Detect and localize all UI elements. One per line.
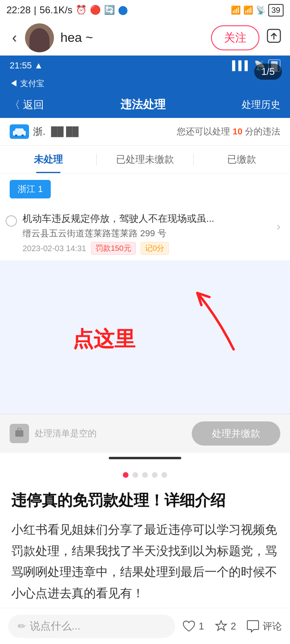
violation-chevron: ›: [277, 220, 280, 233]
phone-nav-history: 处理历史: [242, 98, 280, 111]
wifi-icon-2: 📡: [256, 5, 266, 15]
car-plate: 浙.: [33, 125, 46, 138]
arrow-label: 点这里: [72, 325, 135, 353]
phone-status-left: 21:55 ▲: [10, 60, 43, 71]
violation-info: 机动车违反规定停放，驾驶人不在现场或虽... 缙云县五云街道莲莱路莲莱路 299…: [23, 212, 271, 255]
dot-indicators: [0, 465, 290, 482]
app-icon-1: 🔴: [90, 5, 101, 15]
alarm-icon: ⏰: [76, 5, 87, 15]
status-bar: 22:28 | 56.1K/s ⏰ 🔴 🔄 ⬤ 📶 📶 📡 39: [0, 0, 290, 20]
arrow-annotation: 点这里: [0, 261, 290, 414]
home-indicator: [0, 453, 290, 465]
nav-actions: 关注: [211, 25, 282, 50]
phone-nav-title: 违法处理: [120, 97, 166, 112]
tab-unprocessed[interactable]: 未处理: [0, 146, 96, 173]
phone-location-icon: ▲: [34, 60, 43, 71]
avatar-silhouette: [29, 28, 50, 52]
tab-processed-unpaid[interactable]: 已处理未缴款: [97, 146, 193, 173]
article-title: 违停真的免罚款处理！详细介绍: [11, 490, 279, 511]
avatar[interactable]: [25, 23, 54, 52]
star-icon: [214, 619, 228, 634]
cart-text: 处理清单是空的: [35, 427, 97, 440]
signal-icon: 📶: [231, 5, 241, 15]
phone-screenshot: 21:55 ▲ ▌▌▌ 📡 ▓ ◀ 支付宝 〈 返回 违法处理 处理历史: [0, 56, 290, 465]
status-speed: |: [34, 4, 36, 16]
comment-actions: 1 2 评论: [182, 619, 282, 634]
home-bar: [109, 457, 181, 459]
comment-action[interactable]: 评论: [246, 619, 282, 634]
username: hea ~: [60, 30, 93, 45]
car-plate-mask: ██ ██: [51, 126, 79, 137]
battery-indicator: 39: [268, 4, 284, 17]
cart-icon: [10, 424, 29, 443]
dot-3[interactable]: [142, 472, 148, 478]
back-button[interactable]: ‹: [8, 25, 21, 50]
comment-label: 评论: [263, 620, 282, 633]
svg-rect-2: [13, 131, 26, 136]
heart-icon: [182, 619, 196, 634]
dot-2[interactable]: [133, 472, 138, 478]
cart-area: 处理清单是空的: [10, 424, 97, 443]
follow-button[interactable]: 关注: [211, 25, 259, 50]
app-icon-2: 🔄: [104, 5, 115, 15]
pay-button[interactable]: 处理并缴款: [192, 421, 280, 446]
star-action[interactable]: 2: [214, 619, 236, 634]
violation-date: 2023-02-03 14:31: [23, 244, 86, 253]
violation-radio[interactable]: [6, 215, 17, 227]
top-nav: ‹ hea ~ 关注: [0, 20, 290, 56]
comment-input-area[interactable]: ✏ 说点什么...: [8, 615, 175, 638]
phone-time: 21:55: [10, 60, 32, 71]
car-icon: [10, 124, 29, 139]
alipay-label: ◀ 支付宝: [0, 76, 290, 91]
status-time: 22:28: [6, 4, 31, 16]
share-button[interactable]: [266, 28, 282, 47]
status-network-speed: 56.1K/s: [39, 4, 72, 16]
region-section: 浙江 1: [0, 173, 290, 206]
wifi-icon: 📶: [243, 5, 253, 15]
star-count: 2: [231, 621, 236, 632]
car-info-row: 浙. ██ ██ 您还可以处理 10 分的违法: [0, 118, 290, 146]
violation-tabs: 未处理 已处理未缴款 已缴款: [0, 146, 290, 173]
violation-meta: 2023-02-03 14:31 罚款150元 记0分: [23, 242, 271, 255]
tab-paid[interactable]: 已缴款: [194, 146, 290, 173]
like-count: 1: [199, 621, 204, 632]
phone-signal: ▌▌▌: [232, 60, 251, 71]
dot-5[interactable]: [162, 472, 167, 478]
violation-fine: 罚款150元: [91, 242, 136, 255]
violation-points: 记0分: [141, 242, 169, 255]
edit-icon: ✏: [18, 621, 26, 632]
status-right: 📶 📶 📡 39: [231, 4, 284, 17]
comment-bar: ✏ 说点什么... 1 2 评论: [0, 608, 290, 644]
phone-nav-bar: 〈 返回 违法处理 处理历史: [0, 91, 290, 118]
app-icon-3: ⬤: [118, 5, 128, 15]
dot-4[interactable]: [152, 472, 157, 478]
car-left: 浙. ██ ██: [10, 124, 79, 139]
phone-bottom-bar: 处理清单是空的 处理并缴款: [0, 414, 290, 453]
region-badge: 浙江 1: [10, 180, 51, 198]
svg-rect-5: [15, 430, 23, 437]
violation-title: 机动车违反规定停放，驾驶人不在现场或虽...: [23, 212, 271, 225]
phone-status-bar: 21:55 ▲ ▌▌▌ 📡 ▓: [0, 56, 290, 76]
comment-placeholder: 说点什么...: [30, 619, 81, 633]
violation-address: 缙云县五云街道莲莱路莲莱路 299 号: [23, 227, 271, 239]
violation-item[interactable]: 机动车违反规定停放，驾驶人不在现场或虽... 缙云县五云街道莲莱路莲莱路 299…: [0, 206, 290, 261]
content-image-area: 21:55 ▲ ▌▌▌ 📡 ▓ ◀ 支付宝 〈 返回 违法处理 处理历史: [0, 56, 290, 465]
comment-icon: [246, 619, 260, 634]
status-left: 22:28 | 56.1K/s ⏰ 🔴 🔄 ⬤: [6, 4, 128, 16]
like-action[interactable]: 1: [182, 619, 204, 634]
phone-back-button: 〈 返回: [10, 98, 44, 112]
dot-1[interactable]: [123, 472, 128, 478]
image-count-badge: 1/5: [254, 64, 282, 80]
arrow-icon: [185, 285, 250, 357]
car-violation-quota: 您还可以处理 10 分的违法: [177, 126, 280, 138]
